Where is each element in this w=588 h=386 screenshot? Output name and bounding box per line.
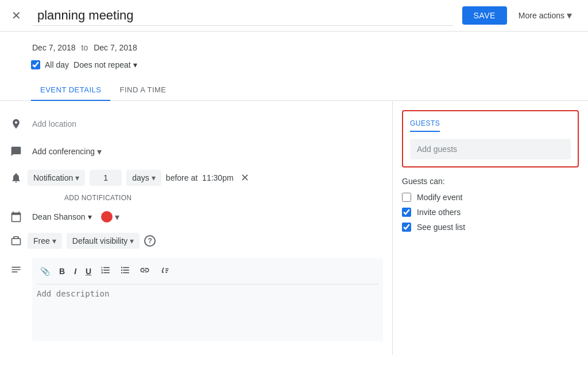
see-guest-list-label: See guest list <box>417 223 465 232</box>
video-icon <box>9 145 23 158</box>
add-conferencing-button[interactable]: Add conferencing ▾ <box>32 146 102 157</box>
allday-checkbox[interactable] <box>31 60 40 69</box>
description-input[interactable] <box>37 289 378 335</box>
permission-invite-others: Invite others <box>402 208 579 217</box>
link-button[interactable] <box>136 263 153 279</box>
notification-value-input[interactable] <box>90 170 122 186</box>
attach-icon: 📎 <box>40 267 50 276</box>
tabs: EVENT DETAILS FIND A TIME <box>0 79 588 101</box>
location-input[interactable] <box>32 119 383 128</box>
allday-label: All day <box>45 60 69 69</box>
description-icon <box>9 263 23 276</box>
permission-modify-event: Modify event <box>402 193 579 202</box>
description-toolbar: 📎 B I U <box>37 263 378 284</box>
location-icon <box>9 117 23 131</box>
add-guests-input[interactable] <box>410 139 571 159</box>
modify-event-label: Modify event <box>417 193 462 202</box>
tab-find-time[interactable]: FIND A TIME <box>110 79 175 101</box>
conferencing-row: Add conferencing ▾ <box>0 138 392 165</box>
close-button[interactable]: ✕ <box>9 6 24 25</box>
event-title-input[interactable] <box>33 6 453 26</box>
chevron-down-icon: ▾ <box>75 173 79 182</box>
notification-time-value: 11:30pm <box>202 173 233 182</box>
chevron-down-icon: ▾ <box>115 212 119 223</box>
attach-button[interactable]: 📎 <box>37 264 53 278</box>
date-section: Dec 7, 2018 to Dec 7, 2018 All day Does … <box>0 32 588 79</box>
guests-section: GUESTS <box>402 110 579 167</box>
allday-row: All day Does not repeat ▾ <box>31 60 557 69</box>
calendar-color-dot[interactable] <box>101 211 113 223</box>
left-panel: Add conferencing ▾ Notification ▾ days ▾… <box>0 101 393 355</box>
notification-remove-button[interactable]: ✕ <box>241 171 249 184</box>
location-row <box>0 110 392 138</box>
unordered-list-button[interactable] <box>117 263 134 279</box>
bold-button[interactable]: B <box>56 264 68 278</box>
chevron-down-icon: ▾ <box>567 9 572 22</box>
repeat-button[interactable]: Does not repeat ▾ <box>74 60 137 69</box>
remove-format-button[interactable] <box>156 263 173 279</box>
more-actions-button[interactable]: More actions ▾ <box>512 5 579 26</box>
description-row: 📎 B I U <box>0 254 392 346</box>
notification-time-label: before at <box>166 173 198 182</box>
invite-others-checkbox[interactable] <box>402 208 411 217</box>
guests-can-label: Guests can: <box>402 177 579 186</box>
guests-can-section: Guests can: Modify event Invite others S… <box>402 177 579 232</box>
notification-row: Notification ▾ days ▾ before at 11:30pm … <box>0 165 392 190</box>
description-box: 📎 B I U <box>32 258 383 341</box>
notification-unit-button[interactable]: days ▾ <box>126 170 161 186</box>
status-button[interactable]: Free ▾ <box>28 233 62 249</box>
status-row: Free ▾ Default visibility ▾ ? <box>0 228 392 254</box>
tab-event-details[interactable]: EVENT DETAILS <box>31 79 110 101</box>
right-panel: GUESTS Guests can: Modify event Invite o… <box>393 101 588 355</box>
italic-button[interactable]: I <box>71 264 80 278</box>
visibility-button[interactable]: Default visibility ▾ <box>67 233 140 249</box>
chevron-down-icon: ▾ <box>130 236 134 245</box>
guests-tab-label: GUESTS <box>410 119 440 132</box>
owner-row: Dean Shanson ▾ ▾ <box>0 205 392 228</box>
start-date-button[interactable]: Dec 7, 2018 <box>31 41 77 54</box>
see-guest-list-checkbox[interactable] <box>402 223 411 232</box>
chevron-down-icon: ▾ <box>52 236 56 245</box>
calendar-icon <box>9 210 23 224</box>
bell-icon <box>9 171 23 185</box>
briefcase-icon <box>9 234 23 248</box>
add-notification-button[interactable]: ADD NOTIFICATION <box>32 192 164 204</box>
modify-event-checkbox[interactable] <box>402 193 411 202</box>
date-row: Dec 7, 2018 to Dec 7, 2018 <box>31 41 557 54</box>
invite-others-label: Invite others <box>417 208 461 217</box>
main-layout: Add conferencing ▾ Notification ▾ days ▾… <box>0 101 588 355</box>
chevron-down-icon: ▾ <box>133 60 137 69</box>
underline-button[interactable]: U <box>82 264 95 278</box>
chevron-down-icon: ▾ <box>97 146 102 157</box>
chevron-down-icon: ▾ <box>88 212 92 221</box>
header-actions: SAVE More actions ▾ <box>462 5 579 26</box>
add-notification-container: ADD NOTIFICATION <box>0 190 392 205</box>
ordered-list-button[interactable] <box>97 263 114 279</box>
date-separator: to <box>82 43 88 52</box>
chevron-down-icon: ▾ <box>152 173 156 182</box>
help-icon[interactable]: ? <box>144 235 156 247</box>
calendar-owner-button[interactable]: Dean Shanson ▾ <box>32 212 92 221</box>
header: ✕ SAVE More actions ▾ <box>0 0 588 32</box>
notification-type-button[interactable]: Notification ▾ <box>28 170 85 186</box>
save-button[interactable]: SAVE <box>462 6 507 25</box>
end-date-button[interactable]: Dec 7, 2018 <box>92 41 138 54</box>
permission-see-guest-list: See guest list <box>402 223 579 232</box>
